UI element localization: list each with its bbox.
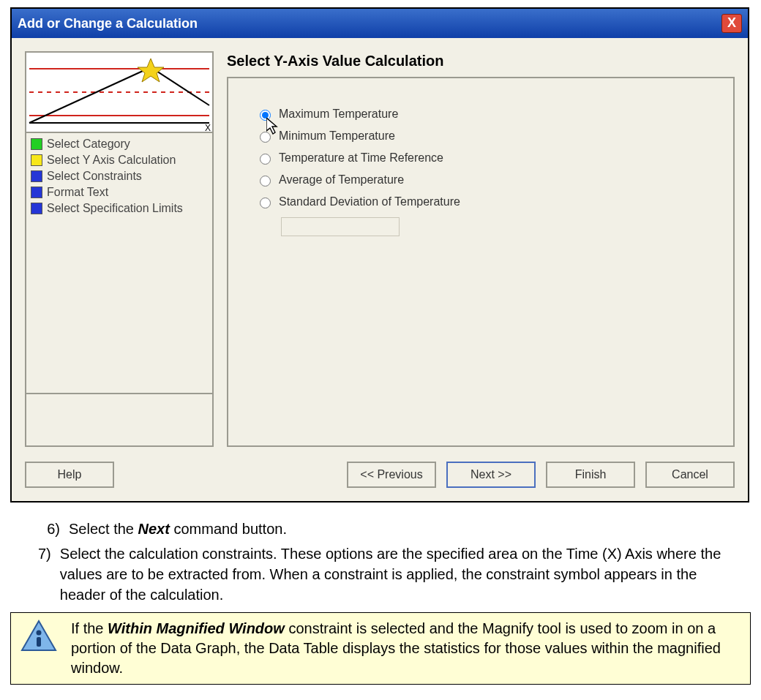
wizard-step[interactable]: Format Text bbox=[31, 184, 208, 200]
radio-option-temp-at-ref[interactable]: Temperature at Time Reference bbox=[256, 151, 726, 165]
instruction-7: 7) Select the calculation constraints. T… bbox=[38, 543, 736, 605]
step-marker-icon bbox=[31, 154, 42, 166]
radio-input[interactable] bbox=[260, 176, 271, 187]
step-label: Select Constraints bbox=[47, 170, 142, 183]
note-text: If the Within Magnified Window constrain… bbox=[71, 619, 741, 678]
wizard-step[interactable]: Select Specification Limits bbox=[31, 200, 208, 217]
radio-input[interactable] bbox=[260, 154, 271, 165]
wizard-dialog: Add or Change a Calculation X bbox=[10, 7, 749, 503]
cancel-button[interactable]: Cancel bbox=[645, 462, 735, 488]
step-marker-icon bbox=[31, 203, 42, 214]
step-label: Select Category bbox=[47, 138, 130, 151]
instruction-number: 6) bbox=[38, 519, 60, 539]
panel-heading: Select Y-Axis Value Calculation bbox=[227, 51, 735, 77]
button-label: Next >> bbox=[471, 468, 511, 481]
note-box: If the Within Magnified Window constrain… bbox=[10, 612, 751, 685]
step-label: Select Specification Limits bbox=[47, 202, 183, 215]
option-label: Standard Deviation of Temperature bbox=[279, 195, 460, 208]
option-label: Average of Temperature bbox=[279, 173, 404, 187]
disabled-dropdown bbox=[281, 217, 400, 236]
instruction-list: 6) Select the Next command button. 7) Se… bbox=[10, 519, 751, 605]
button-label: << Previous bbox=[360, 468, 422, 481]
button-label: Help bbox=[58, 468, 82, 481]
wizard-step[interactable]: Select Constraints bbox=[31, 168, 208, 184]
help-button[interactable]: Help bbox=[25, 462, 114, 488]
previous-button[interactable]: << Previous bbox=[347, 462, 436, 488]
svg-rect-8 bbox=[37, 637, 41, 647]
wizard-button-row: Help << Previous Next >> Finish Cancel bbox=[12, 451, 748, 501]
next-button[interactable]: Next >> bbox=[446, 462, 536, 488]
window-title: Add or Change a Calculation bbox=[18, 16, 198, 31]
step-label: Select Y Axis Calculation bbox=[47, 154, 176, 167]
radio-input[interactable] bbox=[260, 110, 271, 121]
step-marker-icon bbox=[31, 170, 42, 182]
radio-input[interactable] bbox=[260, 197, 271, 208]
wizard-step[interactable]: Select Category bbox=[31, 136, 208, 152]
step-label: Format Text bbox=[47, 186, 108, 199]
radio-option-stddev-temp[interactable]: Standard Deviation of Temperature bbox=[256, 195, 726, 208]
button-label: Cancel bbox=[672, 468, 708, 481]
close-button[interactable]: X bbox=[721, 14, 742, 33]
option-label: Temperature at Time Reference bbox=[279, 151, 443, 165]
info-icon bbox=[20, 619, 58, 654]
option-label: Minimum Temperature bbox=[279, 129, 395, 143]
svg-point-7 bbox=[37, 631, 42, 636]
option-label: Maximum Temperature bbox=[279, 108, 398, 121]
disabled-dropdown-row bbox=[275, 217, 726, 236]
close-icon: X bbox=[727, 15, 736, 30]
radio-option-avg-temp[interactable]: Average of Temperature bbox=[256, 173, 726, 187]
wizard-steps-list: Select Category Select Y Axis Calculatio… bbox=[25, 133, 214, 394]
step-marker-icon bbox=[31, 138, 42, 150]
instruction-number: 7) bbox=[38, 543, 51, 605]
radio-input[interactable] bbox=[260, 132, 271, 143]
instruction-text: Select the calculation constraints. Thes… bbox=[60, 543, 736, 605]
radio-option-min-temp[interactable]: Minimum Temperature bbox=[256, 129, 726, 143]
button-label: Finish bbox=[575, 468, 607, 481]
options-panel: Maximum Temperature Minimum Temperature … bbox=[227, 77, 735, 447]
radio-option-max-temp[interactable]: Maximum Temperature bbox=[256, 108, 726, 121]
instruction-6: 6) Select the Next command button. bbox=[38, 519, 736, 539]
description-box bbox=[25, 394, 214, 447]
svg-marker-3 bbox=[138, 59, 164, 82]
wizard-step[interactable]: Select Y Axis Calculation bbox=[31, 152, 208, 168]
instruction-text: Select the Next command button. bbox=[69, 519, 287, 539]
titlebar: Add or Change a Calculation X bbox=[12, 9, 748, 38]
chart-preview: X bbox=[25, 51, 214, 133]
step-marker-icon bbox=[31, 187, 42, 198]
preview-x-label: X bbox=[205, 123, 211, 133]
finish-button[interactable]: Finish bbox=[546, 462, 635, 488]
